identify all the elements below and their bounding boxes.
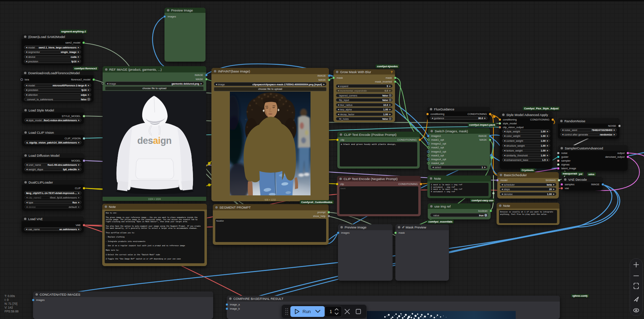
svg-text:1: 1 bbox=[330, 309, 332, 314]
svg-text:Run: Run bbox=[303, 309, 311, 314]
svg-text:desaign: desaign bbox=[137, 135, 172, 146]
